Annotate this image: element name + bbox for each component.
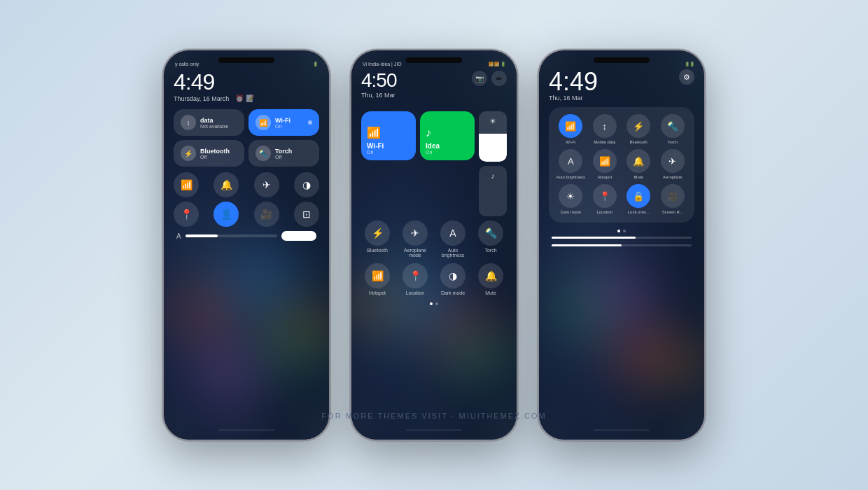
- g4-wifi-icon: 📶: [559, 114, 582, 138]
- volume-vbar[interactable]: ♪: [479, 166, 507, 216]
- data-text: data Not available: [200, 117, 228, 129]
- qi-mute-label: Mute: [485, 290, 496, 295]
- qi-hotspot-p2[interactable]: 📶 Hotspot: [361, 263, 393, 295]
- phone-2-media-row: 📶 Wi-Fi On ♪ Idea On ☀: [361, 111, 507, 216]
- phone-2-signal-icon: 📶 📶 🔋: [489, 62, 505, 66]
- volume-fill-p3: [552, 244, 622, 246]
- phone-2-status-icons: 📶 📶 🔋: [489, 62, 505, 66]
- qi-hotspot-icon: 📶: [365, 263, 390, 288]
- qbtn-contrast-icon: ◑: [302, 179, 311, 190]
- qbtn-contrast[interactable]: ◑: [294, 172, 319, 197]
- qi-auto-brightness-icon: A: [440, 220, 465, 246]
- g4-wifi-p3[interactable]: 📶 Wi-Fi: [556, 114, 586, 145]
- qi-airplane-p2[interactable]: ✈ Aeroplane mode: [399, 220, 431, 258]
- qi-darkmode-label: Dark mode: [441, 290, 465, 295]
- wifi-tile-p2[interactable]: 📶 Wi-Fi On: [361, 111, 416, 160]
- g4-autobrightness-p3[interactable]: A Auto brightness: [556, 149, 586, 180]
- idea-tile-icon: ♪: [426, 127, 469, 139]
- phone-3-status-icons: 🔋🔋: [685, 62, 694, 66]
- qbtn-airplane-icon: ✈: [262, 179, 271, 190]
- qbtn-user[interactable]: 👤: [214, 202, 239, 227]
- brightness-track-p3[interactable]: [552, 237, 692, 239]
- phone-3: spacer 🔋🔋 4:49 Thu, 16 Mar ⚙: [538, 49, 706, 441]
- g4-mobiledata-p3[interactable]: ↕ Mobile data: [590, 114, 620, 145]
- qbtn-location[interactable]: 📍: [174, 202, 199, 227]
- g4-bluetooth-p3[interactable]: ⚡ Bluetooth: [624, 114, 654, 145]
- phone-1-time: 4:49: [174, 71, 319, 93]
- g4-hotspot-p3[interactable]: 📶 Hotspot: [590, 149, 620, 180]
- volume-track-p3[interactable]: [552, 244, 692, 246]
- phone-1-quick-row-1: 📶 🔔 ✈ ◑: [174, 172, 319, 197]
- g4-location-icon: 📍: [593, 184, 617, 208]
- settings-gear-p3[interactable]: ⚙: [679, 69, 694, 85]
- phone-3-volume-row: [549, 244, 694, 246]
- watermark: FOR MORE THEMES VISIT - MIUITHEMEZ.COM: [321, 412, 546, 420]
- qi-darkmode-p2[interactable]: ◑ Dark mode: [437, 263, 469, 295]
- qi-auto-brightness[interactable]: A Auto brightness: [437, 220, 469, 258]
- phone-2-time: 4:50: [361, 71, 397, 90]
- idea-tile-p2[interactable]: ♪ Idea On: [420, 111, 475, 160]
- phone-3-dots: [549, 230, 694, 232]
- qi-airplane-icon: ✈: [402, 220, 428, 246]
- phone-2-time-group: 4:50 Thu, 16 Mar: [361, 71, 397, 106]
- g4-bluetooth-icon: ⚡: [626, 114, 650, 138]
- toggle-wifi[interactable]: 📶 Wi-Fi On: [248, 109, 319, 136]
- edit-btn-p2[interactable]: ✏: [491, 71, 507, 86]
- phone-1-quick-row-2: 📍 👤 🎥 ⊡: [174, 202, 319, 227]
- camera-btn-p2[interactable]: 📷: [472, 71, 487, 86]
- qbtn-wifi[interactable]: 📶: [174, 172, 199, 197]
- qbtn-camera[interactable]: 🎥: [254, 202, 279, 227]
- toggle-bluetooth[interactable]: ⚡ Bluetooth Off: [174, 140, 244, 167]
- wifi-tile-label: Wi-Fi: [367, 142, 410, 150]
- g4-torch-icon: 🔦: [661, 114, 685, 138]
- g4-lockorientation-icon: 🔒: [626, 184, 650, 208]
- g4-screenrecord-icon: 🎥: [661, 184, 685, 208]
- qi-mute-icon: 🔔: [478, 263, 503, 288]
- dot-2-p2: [435, 302, 438, 305]
- qbtn-airplane[interactable]: ✈: [254, 172, 279, 197]
- g4-mute-label: Mute: [634, 175, 643, 180]
- qbtn-location-icon: 📍: [181, 209, 192, 220]
- qbtn-camera-icon: 🎥: [260, 209, 272, 220]
- phone-1-notch: [218, 57, 274, 63]
- brightness-vbar[interactable]: ☀: [479, 111, 507, 162]
- bluetooth-icon: ⚡: [181, 146, 196, 161]
- data-icon: ↕: [181, 115, 196, 130]
- g4-lockorientation-p3[interactable]: 🔒 Lock orier...: [624, 184, 654, 215]
- g4-mute-p3[interactable]: 🔔 Mute: [624, 149, 654, 180]
- qi-location-p2[interactable]: 📍 Location: [399, 263, 431, 295]
- brightness-fill-p3: [552, 237, 636, 239]
- wifi-icon: 📶: [255, 115, 271, 130]
- qi-airplane-label: Aeroplane mode: [399, 248, 431, 258]
- qi-torch-p2[interactable]: 🔦 Torch: [475, 220, 507, 258]
- torch-icon: 🔦: [255, 146, 271, 161]
- g4-screenrecord-p3[interactable]: 🎥 Screen R...: [658, 184, 688, 215]
- phone-2-top-icons: 📷 ✏: [472, 71, 507, 86]
- phone-1-screen: y calls only 🔋 4:49 Thursday, 16 March ⏰…: [164, 50, 329, 440]
- phone-1-date-icons: ⏰ 📝: [235, 94, 254, 102]
- brightness-vbar-fill: [479, 134, 507, 162]
- brightness-track-p1[interactable]: [186, 234, 277, 237]
- phone-3-notch: [594, 57, 650, 63]
- g4-torch-p3[interactable]: 🔦 Torch: [658, 114, 688, 145]
- phone-1-panel: y calls only 🔋 4:49 Thursday, 16 March ⏰…: [164, 50, 329, 440]
- toggle-data[interactable]: ↕ data Not available: [174, 109, 244, 136]
- volume-vbar-icon: ♪: [491, 172, 495, 180]
- g4-lockorientation-label: Lock orier...: [628, 210, 650, 215]
- g4-aeroplane-icon: ✈: [661, 149, 685, 173]
- qi-mute-p2[interactable]: 🔔 Mute: [475, 263, 507, 295]
- g4-torch-label: Torch: [667, 140, 678, 145]
- brightness-fill-p1: [186, 234, 218, 237]
- qi-bluetooth-p2[interactable]: ⚡ Bluetooth: [361, 220, 393, 258]
- g4-aeroplane-p3[interactable]: ✈ Aeroplane: [658, 149, 688, 180]
- g4-hotspot-icon: 📶: [593, 149, 617, 173]
- g4-darkmode-p3[interactable]: ☀ Dark mode: [556, 184, 586, 215]
- qbtn-expand[interactable]: ⊡: [294, 202, 319, 227]
- phone-3-screen: spacer 🔋🔋 4:49 Thu, 16 Mar ⚙: [539, 50, 704, 440]
- g4-location-p3[interactable]: 📍 Location: [590, 184, 620, 215]
- phone-3-battery: 🔋🔋: [685, 62, 694, 66]
- brightness-thumb-p1[interactable]: [281, 231, 316, 241]
- g4-mute-icon: 🔔: [626, 149, 650, 173]
- qbtn-bell[interactable]: 🔔: [214, 172, 239, 197]
- toggle-torch[interactable]: 🔦 Torch Off: [248, 140, 319, 167]
